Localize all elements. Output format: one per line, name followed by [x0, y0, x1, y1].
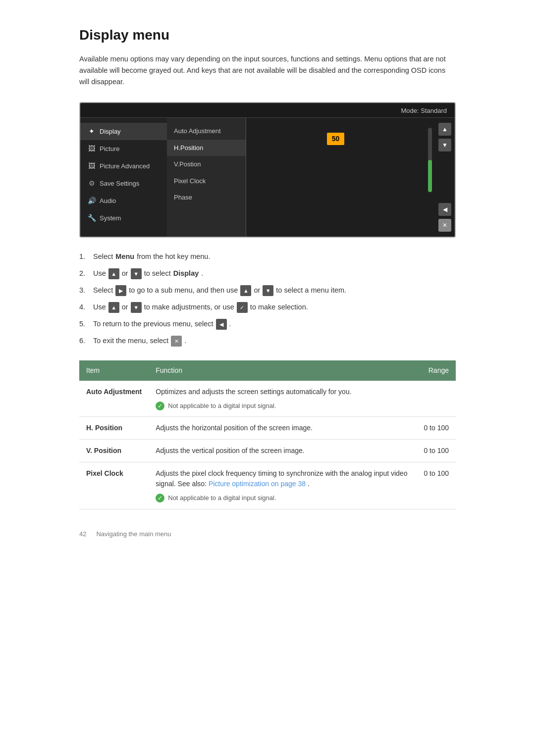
step-3-up-icon: ▲	[240, 285, 251, 296]
instructions-section: Select Menu from the hot key menu. Use ▲…	[79, 252, 456, 347]
instruction-5: To return to the previous menu, select ◀…	[79, 319, 456, 330]
save-settings-icon: ⚙	[87, 178, 96, 189]
osd-menu-picture-advanced[interactable]: 🖼 Picture Advanced	[80, 157, 167, 175]
osd-menu-audio[interactable]: 🔊 Audio	[80, 192, 167, 209]
step-3-text-before: Select	[93, 285, 113, 296]
osd-up-button[interactable]: ▲	[438, 123, 451, 136]
osd-submenu-auto-adj[interactable]: Auto Adjustment	[167, 123, 246, 140]
osd-down-button[interactable]: ▼	[438, 139, 451, 151]
osd-exit-button[interactable]: ✕	[438, 219, 451, 232]
osd-menu-audio-label: Audio	[100, 196, 116, 206]
table-row: H. Position Adjusts the horizontal posit…	[79, 417, 456, 440]
intro-text: Available menu options may vary dependin…	[79, 53, 456, 88]
check-icon: ✓	[237, 302, 248, 313]
step-1-content: Select Menu from the hot key menu.	[93, 252, 210, 262]
osd-menu-save-settings[interactable]: ⚙ Save Settings	[80, 175, 167, 192]
step-4-down-icon: ▼	[131, 302, 142, 313]
footer-page-number: 42	[79, 529, 86, 539]
osd-value-area: 50	[246, 118, 425, 237]
osd-body: ✦ Display 🖼 Picture 🖼 Picture Advanced ⚙…	[80, 118, 455, 237]
osd-submenu-pixel-clock[interactable]: Pixel Clock	[167, 173, 246, 190]
function-pixel-clock-link[interactable]: Picture optimization on page 38	[209, 480, 306, 488]
osd-screen: Mode: Standard ✦ Display 🖼 Picture 🖼 Pic…	[79, 102, 456, 238]
osd-value-box: 50	[327, 133, 345, 145]
note-icon-pixel-clock: ✓	[156, 494, 164, 503]
osd-menu-save-settings-label: Save Settings	[100, 179, 139, 189]
osd-submenu-phase[interactable]: Phase	[167, 189, 246, 206]
function-vposition: Adjusts the vertical position of the scr…	[149, 440, 417, 462]
range-pixel-clock: 0 to 100	[417, 462, 456, 509]
osd-submenu-hposition[interactable]: H.Position	[167, 140, 246, 156]
picture-advanced-icon: 🖼	[87, 161, 96, 171]
osd-back-button[interactable]: ◀	[438, 203, 451, 216]
step-2-or: or	[122, 268, 128, 279]
picture-icon: 🖼	[87, 144, 96, 154]
step-6-text-before: To exit the menu, select	[93, 336, 168, 347]
system-icon: 🔧	[87, 213, 96, 223]
step-3-text-middle: to go to a sub menu, and then use	[129, 285, 238, 296]
osd-right-buttons: ▲ ▼ ◀ ✕	[435, 118, 455, 237]
note-text-auto: Not applicable to a digital input signal…	[168, 401, 276, 411]
step-6-content: To exit the menu, select ✕ .	[93, 336, 186, 347]
step-1-bold: Menu	[115, 252, 134, 262]
table-row: V. Position Adjusts the vertical positio…	[79, 440, 456, 462]
step-4-or: or	[122, 302, 128, 313]
up-arrow-icon: ▲	[108, 268, 119, 279]
col-function: Function	[149, 360, 417, 381]
step-1-text-before: Select	[93, 252, 113, 262]
osd-slider-area	[425, 118, 435, 237]
function-hposition: Adjusts the horizontal position of the s…	[149, 417, 417, 440]
item-pixel-clock: Pixel Clock	[79, 462, 149, 509]
osd-submenu: Auto Adjustment H.Position V.Postion Pix…	[167, 118, 246, 237]
instruction-6: To exit the menu, select ✕ .	[79, 336, 456, 347]
info-table: Item Function Range Auto Adjustment Opti…	[79, 360, 456, 509]
range-auto-adjustment	[417, 381, 456, 417]
col-item: Item	[79, 360, 149, 381]
osd-slider-fill	[428, 160, 432, 192]
function-pixel-clock: Adjusts the pixel clock frequency timing…	[149, 462, 417, 509]
step-2-text-before: Use	[93, 268, 106, 279]
osd-submenu-vpostion[interactable]: V.Postion	[167, 156, 246, 173]
step-2-period: .	[201, 268, 203, 279]
down-arrow-icon: ▼	[131, 268, 142, 279]
instructions-list: Select Menu from the hot key menu. Use ▲…	[79, 252, 456, 347]
instruction-3: Select ▶ to go to a sub menu, and then u…	[79, 285, 456, 296]
instruction-2: Use ▲ or ▼ to select Display .	[79, 268, 456, 279]
item-auto-adjustment: Auto Adjustment	[79, 381, 149, 417]
table-header-row: Item Function Range	[79, 360, 456, 381]
table-header: Item Function Range	[79, 360, 456, 381]
item-hposition: H. Position	[79, 417, 149, 440]
instruction-1: Select Menu from the hot key menu.	[79, 252, 456, 262]
page-container: Display menu Available menu options may …	[45, 0, 490, 568]
note-icon-auto: ✓	[156, 402, 164, 410]
right-arrow-icon: ▶	[115, 285, 126, 296]
osd-menu-display[interactable]: ✦ Display	[80, 123, 167, 140]
instruction-4: Use ▲ or ▼ to make adjustments, or use ✓…	[79, 302, 456, 313]
range-vposition: 0 to 100	[417, 440, 456, 462]
step-5-content: To return to the previous menu, select ◀…	[93, 319, 231, 330]
table-row: Pixel Clock Adjusts the pixel clock freq…	[79, 462, 456, 509]
step-4-up-icon: ▲	[108, 302, 119, 313]
page-footer: 42 Navigating the main menu	[79, 529, 456, 539]
step-5-text-before: To return to the previous menu, select	[93, 319, 214, 330]
function-hposition-text: Adjusts the horizontal position of the s…	[156, 424, 313, 432]
footer-nav-text: Navigating the main menu	[96, 529, 171, 539]
step-3-text-after: to select a menu item.	[276, 285, 346, 296]
step-4-text-middle: to make adjustments, or use	[144, 302, 234, 313]
step-2-text-after: to select	[144, 268, 171, 279]
step-4-text-after: to make selection.	[250, 302, 308, 313]
note-text-pixel-clock: Not applicable to a digital input signal…	[168, 493, 276, 503]
osd-slider-track	[428, 128, 432, 192]
step-4-text-before: Use	[93, 302, 106, 313]
osd-menu-system[interactable]: 🔧 System	[80, 209, 167, 227]
function-vposition-text: Adjusts the vertical position of the scr…	[156, 447, 304, 454]
step-6-text-after: .	[184, 336, 186, 347]
function-auto-adjustment: Optimizes and adjusts the screen setting…	[149, 381, 417, 417]
step-3-content: Select ▶ to go to a sub menu, and then u…	[93, 285, 346, 296]
osd-menu-picture-advanced-label: Picture Advanced	[100, 161, 150, 171]
step-2-content: Use ▲ or ▼ to select Display .	[93, 268, 203, 279]
step-3-or: or	[254, 285, 260, 296]
osd-menu-picture[interactable]: 🖼 Picture	[80, 140, 167, 157]
step-1-text-after: from the hot key menu.	[137, 252, 210, 262]
osd-mode-bar: Mode: Standard	[80, 103, 455, 118]
